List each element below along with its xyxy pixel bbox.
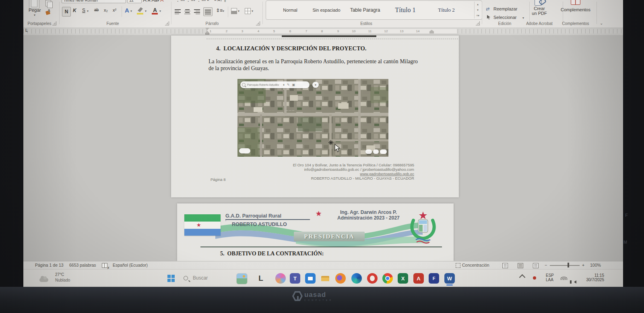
- teams-icon[interactable]: T: [290, 273, 300, 284]
- edge-icon[interactable]: [351, 273, 362, 284]
- paste-dropdown-arrow[interactable]: ▾: [34, 13, 35, 17]
- map-tool-icon-1[interactable]: ♦: [283, 83, 285, 87]
- map-tool-icon-3[interactable]: ▣: [292, 83, 295, 87]
- superscript-button[interactable]: x²: [113, 8, 116, 12]
- borders-icon[interactable]: [245, 8, 251, 14]
- style-table-paragraph[interactable]: Table Paragra: [347, 1, 384, 19]
- finance-app-icon[interactable]: F: [429, 273, 439, 284]
- wifi-icon[interactable]: [561, 276, 567, 280]
- search-icon[interactable]: [184, 275, 192, 282]
- text-effects-arrow[interactable]: ▾: [130, 9, 132, 13]
- zoom-percentage[interactable]: 100%: [590, 263, 601, 267]
- bold-button[interactable]: N: [62, 7, 71, 17]
- font-color-icon[interactable]: A: [153, 7, 157, 13]
- highlighter-icon[interactable]: [138, 7, 143, 12]
- recording-indicator-icon[interactable]: [533, 276, 536, 280]
- file-explorer-icon[interactable]: [320, 273, 330, 284]
- focus-mode-button[interactable]: Concentración: [462, 263, 489, 267]
- clear-formatting-icon[interactable]: A: [160, 0, 163, 3]
- borders-arrow[interactable]: ▾: [252, 9, 253, 13]
- speaker-icon[interactable]: [574, 280, 576, 284]
- search-label[interactable]: Buscar: [193, 275, 208, 281]
- align-right-icon[interactable]: [194, 8, 200, 15]
- font-color-arrow[interactable]: ▾: [159, 9, 161, 13]
- align-justify-icon[interactable]: [203, 7, 213, 16]
- style-sin-espaciado[interactable]: Sin espaciado: [308, 1, 345, 19]
- copilot-icon[interactable]: [275, 273, 286, 284]
- subscript-button[interactable]: x₂: [104, 8, 108, 12]
- page-count-status[interactable]: Página 1 de 13: [35, 263, 64, 267]
- keyboard-layout[interactable]: ESPLAA: [546, 273, 554, 282]
- font-name-combobox[interactable]: Times New Roman: [62, 0, 126, 3]
- tray-chevron-icon[interactable]: [519, 274, 526, 281]
- map-control-3[interactable]: [380, 149, 387, 154]
- style-titulo-1[interactable]: Título 1: [387, 1, 424, 19]
- paste-button[interactable]: Pegar: [29, 8, 41, 12]
- print-layout-view-icon[interactable]: [518, 263, 523, 269]
- language-status[interactable]: Español (Ecuador): [113, 263, 148, 267]
- font-dialog-launcher-icon[interactable]: [165, 21, 169, 25]
- grow-font-icon[interactable]: A: [143, 0, 147, 3]
- start-button[interactable]: [167, 275, 175, 282]
- change-case-icon[interactable]: Aa▾: [152, 0, 159, 3]
- chrome-icon[interactable]: [382, 273, 393, 284]
- underline-dropdown-arrow[interactable]: ▾: [87, 9, 89, 13]
- addins-button[interactable]: Complementos: [561, 7, 590, 12]
- l-app-icon[interactable]: L: [256, 273, 266, 284]
- map-control-2[interactable]: [373, 149, 379, 154]
- text-effects-icon[interactable]: A: [125, 7, 129, 14]
- footer-website-link[interactable]: www.gadrobertoastudillo.gob.ec: [252, 172, 414, 176]
- replace-button[interactable]: Reemplazar: [493, 6, 517, 11]
- microsoft-store-icon[interactable]: [305, 273, 316, 284]
- numbering-icon[interactable]: ⋮≡▾: [186, 0, 195, 2]
- shrink-font-icon[interactable]: A: [148, 0, 151, 2]
- strikethrough-button[interactable]: ab: [94, 8, 99, 12]
- font-size-combobox[interactable]: 12: [127, 0, 142, 3]
- opera-icon[interactable]: [367, 273, 378, 284]
- underline-button[interactable]: S: [82, 8, 85, 13]
- shading-arrow[interactable]: ▾: [238, 9, 239, 13]
- style-titulo-2[interactable]: Título 2: [428, 1, 465, 19]
- select-button[interactable]: Seleccionar: [493, 15, 516, 20]
- zoom-in-button[interactable]: +: [582, 263, 584, 267]
- web-layout-view-icon[interactable]: [533, 263, 539, 269]
- map-search-bar[interactable]: Parroquia Roberto Astudillo ♦ ✎ ▣: [240, 81, 310, 88]
- document-page-8[interactable]: 4. LOCALIZACIÓN Y DESCRIPCIÓN DEL PROYEC…: [171, 35, 459, 197]
- style-normal[interactable]: Normal: [272, 1, 309, 19]
- align-center-icon[interactable]: [184, 8, 190, 15]
- paragraph-dialog-launcher-icon[interactable]: [256, 21, 260, 25]
- firefox-icon[interactable]: [335, 273, 346, 284]
- clipboard-dialog-launcher-icon[interactable]: [52, 21, 56, 25]
- paragraph-marks-icon[interactable]: ¶: [223, 0, 226, 2]
- sort-icon[interactable]: A↓: [218, 0, 223, 2]
- styles-dialog-launcher-icon[interactable]: [476, 21, 480, 25]
- word-icon[interactable]: W: [444, 273, 455, 284]
- tab-selector[interactable]: L: [25, 28, 28, 33]
- outdent-icon[interactable]: ⇤: [207, 0, 211, 2]
- map-control-1[interactable]: [365, 149, 372, 154]
- italic-button[interactable]: K: [73, 8, 76, 13]
- widgets-icon[interactable]: [236, 273, 248, 284]
- indent-icon[interactable]: ⇥: [212, 0, 216, 2]
- acrobat-icon[interactable]: A: [413, 273, 424, 284]
- create-pdf-button[interactable]: Crear un PDF: [532, 6, 547, 16]
- zoom-slider-track[interactable]: [550, 265, 580, 266]
- excel-icon[interactable]: X: [398, 273, 408, 284]
- align-left-icon[interactable]: [175, 8, 181, 15]
- proofing-status-icon[interactable]: ✗: [102, 263, 111, 269]
- satellite-map-image[interactable]: — — — Parroquia Roberto Astudillo ♦: [237, 79, 388, 157]
- map-tool-icon-2[interactable]: ✎: [287, 83, 290, 87]
- read-mode-view-icon[interactable]: [502, 263, 508, 269]
- styles-gallery-scroll[interactable]: ▴▾≡▾: [474, 2, 481, 19]
- document-page-9[interactable]: ★ G.A.D. Parroquial Rural ROBERTO ASTUDI…: [177, 203, 454, 261]
- shading-icon[interactable]: [231, 8, 237, 14]
- map-extra-button[interactable]: ●: [312, 82, 319, 88]
- bullets-icon[interactable]: ⋮≡▾: [175, 0, 185, 2]
- multilevel-list-icon[interactable]: ⋮≡▾: [196, 0, 206, 2]
- highlighter-arrow[interactable]: ▾: [145, 9, 147, 13]
- zoom-slider-knob[interactable]: [568, 263, 569, 267]
- collapse-ribbon-icon[interactable]: ⌄: [600, 21, 603, 25]
- line-spacing-icon[interactable]: ⇕≡▾: [216, 8, 224, 13]
- zoom-out-button[interactable]: −: [545, 263, 547, 267]
- clock[interactable]: 11:15 30/7/2025: [581, 273, 604, 282]
